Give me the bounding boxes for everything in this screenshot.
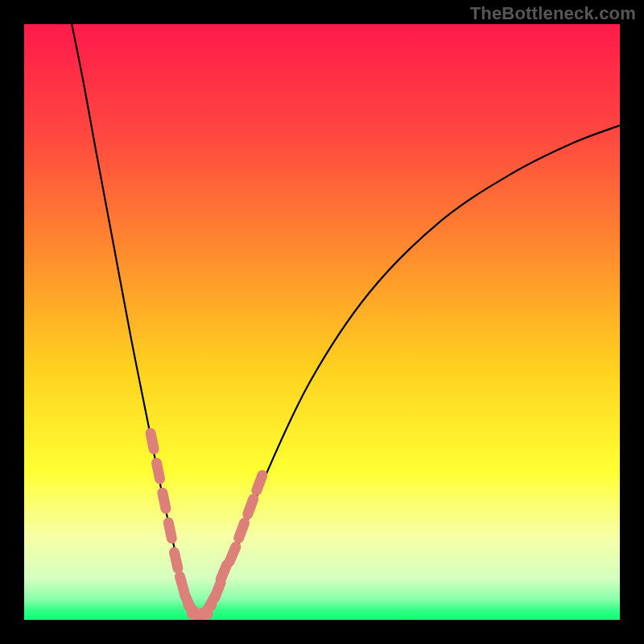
highlight-dot	[215, 583, 221, 598]
highlight-dot	[229, 547, 236, 561]
bottleneck-curve	[72, 24, 620, 614]
highlight-dot	[248, 499, 254, 514]
plot-area	[24, 24, 620, 620]
highlight-dot	[180, 576, 184, 592]
highlight-dots	[151, 433, 262, 617]
highlight-dot	[239, 523, 245, 539]
highlight-dot	[221, 565, 227, 580]
highlight-dot	[257, 475, 262, 490]
highlight-dot	[168, 522, 171, 539]
highlight-dot	[151, 433, 154, 449]
watermark-text: TheBottleneck.com	[470, 3, 636, 24]
highlight-dot	[175, 552, 178, 568]
outer-frame: TheBottleneck.com	[0, 0, 644, 644]
highlight-dot	[157, 463, 160, 479]
highlight-dot	[163, 493, 166, 509]
curve-layer	[24, 24, 620, 620]
